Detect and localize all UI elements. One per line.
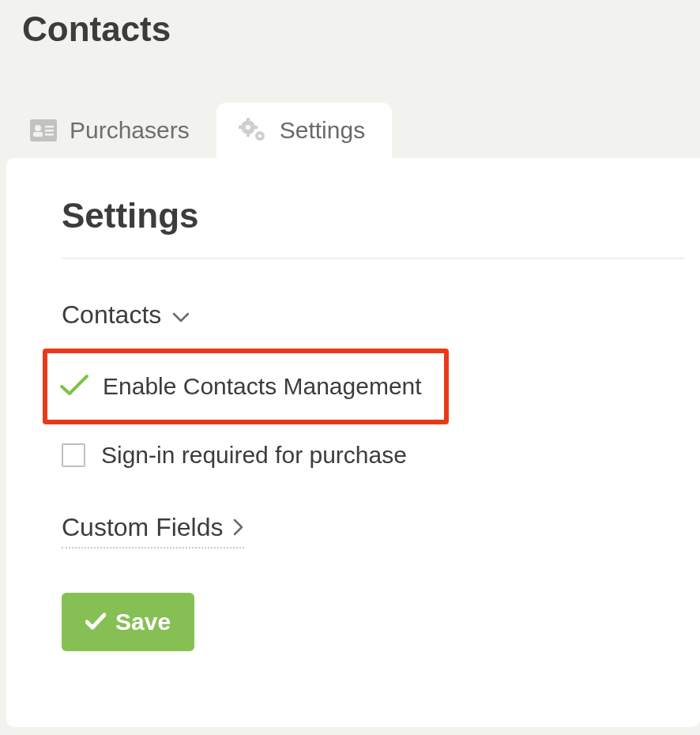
svg-rect-4 bbox=[45, 130, 54, 132]
svg-point-1 bbox=[35, 125, 41, 131]
gears-icon bbox=[239, 118, 267, 143]
svg-rect-5 bbox=[45, 134, 54, 136]
svg-rect-9 bbox=[239, 126, 243, 129]
tab-purchasers-label: Purchasers bbox=[70, 117, 190, 144]
page-title: Contacts bbox=[22, 9, 171, 49]
subsection-custom-fields-label: Custom Fields bbox=[62, 513, 224, 542]
svg-rect-10 bbox=[253, 126, 258, 129]
section-custom-fields-toggle[interactable]: Custom Fields bbox=[62, 513, 244, 548]
tab-settings-label: Settings bbox=[280, 117, 365, 144]
chevron-right-icon bbox=[233, 513, 244, 542]
settings-panel: Settings Contacts Enable Contacts Manage… bbox=[6, 158, 700, 727]
panel-title: Settings bbox=[62, 196, 684, 236]
option-signin-required[interactable]: Sign-in required for purchase bbox=[62, 442, 684, 469]
check-bold-icon bbox=[85, 609, 106, 635]
section-contacts-toggle[interactable]: Contacts bbox=[62, 300, 684, 330]
svg-rect-2 bbox=[33, 132, 43, 137]
svg-rect-8 bbox=[247, 132, 250, 137]
contact-card-icon bbox=[30, 119, 57, 141]
tab-settings[interactable]: Settings bbox=[216, 103, 392, 158]
tab-purchasers[interactable]: Purchasers bbox=[8, 103, 216, 158]
option-enable-contacts[interactable]: Enable Contacts Management bbox=[43, 349, 449, 424]
check-icon bbox=[58, 372, 90, 401]
svg-point-11 bbox=[246, 125, 250, 130]
svg-point-13 bbox=[258, 134, 262, 138]
section-contacts-label: Contacts bbox=[62, 300, 161, 330]
svg-rect-3 bbox=[45, 126, 54, 128]
page-root: Contacts Purchasers bbox=[0, 0, 700, 735]
save-button[interactable]: Save bbox=[62, 593, 194, 651]
divider bbox=[62, 258, 684, 259]
tablist: Purchasers bbox=[8, 95, 392, 158]
option-signin-label: Sign-in required for purchase bbox=[101, 442, 407, 469]
save-button-label: Save bbox=[115, 609, 171, 635]
chevron-down-icon bbox=[172, 300, 190, 330]
svg-rect-7 bbox=[247, 118, 250, 122]
checkbox-empty-icon bbox=[62, 443, 85, 467]
option-enable-label: Enable Contacts Management bbox=[103, 373, 422, 400]
